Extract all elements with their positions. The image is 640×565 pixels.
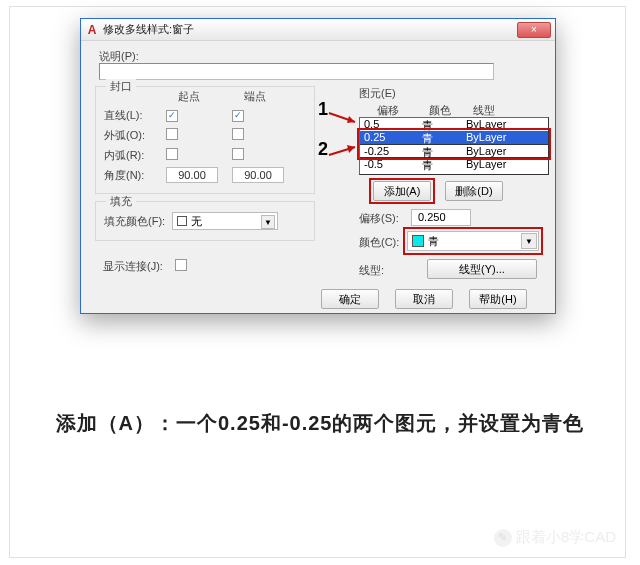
fill-value: 无 bbox=[191, 214, 202, 229]
cap-row-line: 直线(L): bbox=[104, 107, 298, 123]
cap-angle-end-input[interactable] bbox=[232, 167, 284, 183]
svg-marker-1 bbox=[347, 116, 355, 123]
chain-checkbox[interactable] bbox=[175, 259, 187, 271]
chevron-down-icon: ▼ bbox=[521, 233, 537, 249]
svg-marker-3 bbox=[347, 145, 355, 153]
table-row[interactable]: 0.5 青 ByLayer bbox=[360, 118, 548, 131]
linetype-label: 线型: bbox=[359, 263, 384, 278]
elements-hdr-linetype: 线型 bbox=[473, 103, 495, 118]
table-row[interactable]: -0.25 青 ByLayer bbox=[360, 144, 548, 157]
description-label: 说明(P): bbox=[99, 49, 139, 64]
elements-legend: 图元(E) bbox=[359, 86, 396, 101]
color-select[interactable]: 青 ▼ bbox=[407, 231, 539, 251]
description-input[interactable] bbox=[99, 63, 494, 80]
table-row[interactable]: 0.25 青 ByLayer bbox=[360, 131, 548, 144]
chevron-down-icon: ▼ bbox=[261, 215, 275, 229]
window-title: 修改多线样式:窗子 bbox=[103, 22, 194, 37]
arrow-icon bbox=[327, 107, 361, 125]
ok-button[interactable]: 确定 bbox=[321, 289, 379, 309]
cap-outer-end-checkbox[interactable] bbox=[232, 128, 244, 140]
annotation-2: 2 bbox=[318, 139, 328, 160]
fill-color-select[interactable]: 无 ▼ bbox=[172, 212, 278, 230]
cap-row-outer: 外弧(O): bbox=[104, 127, 298, 143]
color-value: 青 bbox=[428, 234, 439, 249]
fill-group: 填充 填充颜色(F): 无 ▼ bbox=[95, 201, 315, 241]
color-label: 颜色(C): bbox=[359, 235, 399, 250]
cap-inner-start-checkbox[interactable] bbox=[166, 148, 178, 160]
app-icon: A bbox=[85, 23, 99, 37]
help-button[interactable]: 帮助(H) bbox=[469, 289, 527, 309]
offset-input[interactable]: 0.250 bbox=[411, 209, 471, 226]
offset-label: 偏移(S): bbox=[359, 211, 399, 226]
linetype-button[interactable]: 线型(Y)... bbox=[427, 259, 537, 279]
cap-legend: 封口 bbox=[106, 79, 136, 94]
svg-line-2 bbox=[329, 147, 355, 155]
chain-label: 显示连接(J): bbox=[103, 259, 163, 274]
cap-inner-end-checkbox[interactable] bbox=[232, 148, 244, 160]
add-button[interactable]: 添加(A) bbox=[373, 181, 431, 201]
watermark: ✎ 跟着小8学CAD bbox=[494, 528, 616, 547]
delete-button[interactable]: 删除(D) bbox=[445, 181, 503, 201]
dialog-body: 说明(P): 封口 起点 端点 直线(L): 外弧(O): 内弧(R): bbox=[81, 41, 555, 313]
cap-col-start: 起点 bbox=[178, 89, 200, 104]
caption-text: 添加（A）：一个0.25和-0.25的两个图元，并设置为青色 bbox=[0, 410, 640, 437]
fill-legend: 填充 bbox=[106, 194, 136, 209]
cap-row-angle: 角度(N): bbox=[104, 167, 298, 183]
dialog-window: A 修改多线样式:窗子 × 说明(P): 封口 起点 端点 直线(L): 外弧(… bbox=[80, 18, 556, 314]
cap-outer-label: 外弧(O): bbox=[104, 128, 166, 143]
elements-hdr-color: 颜色 bbox=[429, 103, 451, 118]
cap-line-start-checkbox[interactable] bbox=[166, 110, 178, 122]
cap-inner-label: 内弧(R): bbox=[104, 148, 166, 163]
cap-group: 封口 起点 端点 直线(L): 外弧(O): 内弧(R): 角度(N): bbox=[95, 86, 315, 194]
wechat-icon: ✎ bbox=[494, 529, 512, 547]
fill-label: 填充颜色(F): bbox=[104, 214, 165, 229]
cap-angle-label: 角度(N): bbox=[104, 168, 166, 183]
cap-outer-start-checkbox[interactable] bbox=[166, 128, 178, 140]
elements-hdr-offset: 偏移 bbox=[377, 103, 399, 118]
cyan-swatch-icon bbox=[412, 235, 424, 247]
annotation-1: 1 bbox=[318, 99, 328, 120]
cancel-button[interactable]: 取消 bbox=[395, 289, 453, 309]
elements-list[interactable]: 0.5 青 ByLayer 0.25 青 ByLayer -0.25 青 ByL… bbox=[359, 117, 549, 175]
cap-line-end-checkbox[interactable] bbox=[232, 110, 244, 122]
cap-line-label: 直线(L): bbox=[104, 108, 166, 123]
cap-angle-start-input[interactable] bbox=[166, 167, 218, 183]
table-row[interactable]: -0.5 青 ByLayer bbox=[360, 157, 548, 170]
arrow-icon bbox=[327, 143, 361, 161]
svg-line-0 bbox=[329, 113, 355, 122]
titlebar: A 修改多线样式:窗子 × bbox=[81, 19, 555, 41]
watermark-text: 跟着小8学CAD bbox=[516, 528, 616, 547]
close-button[interactable]: × bbox=[517, 22, 551, 38]
cap-row-inner: 内弧(R): bbox=[104, 147, 298, 163]
cap-col-end: 端点 bbox=[244, 89, 266, 104]
fill-swatch-icon bbox=[177, 216, 187, 226]
